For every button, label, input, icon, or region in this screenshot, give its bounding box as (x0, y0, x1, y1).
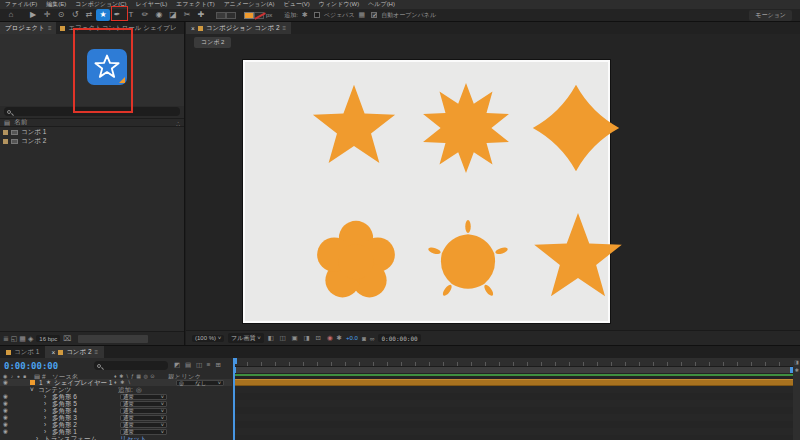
zoom-tool-icon[interactable]: ⊙ (54, 9, 68, 21)
show-channel-icon[interactable]: ◉ (327, 334, 333, 342)
shape-star-5-large[interactable] (529, 210, 627, 308)
roto-brush-tool-icon[interactable]: ✂ (180, 9, 194, 21)
eye-icon[interactable]: ◉ (3, 414, 8, 420)
gear-icon[interactable]: ✱ (337, 334, 342, 342)
hand-tool-icon[interactable]: ✛ (40, 9, 54, 21)
transform-group-row[interactable]: › トランスフォーム リセット (0, 435, 232, 440)
trash-icon[interactable]: ⌧ (63, 335, 71, 343)
blend-mode-dropdown[interactable]: 通常 ˅ (120, 429, 167, 435)
pickwhip-icon[interactable]: ◎ (179, 381, 184, 385)
timeline-track-area[interactable] (233, 358, 793, 440)
project-flowchart-icon[interactable]: ∴ (176, 120, 180, 127)
selection-tool-icon[interactable]: ▶ (26, 9, 40, 21)
auto-open-checkbox[interactable]: ✓ (371, 12, 377, 18)
blend-mode-dropdown[interactable]: 通常 ˅ (120, 394, 167, 400)
workspace-button[interactable]: モーション (749, 10, 792, 21)
tab-comp1-timeline[interactable]: コンポ 1 (0, 346, 45, 358)
resolution-dropdown[interactable]: フル画質 ˅ (228, 333, 263, 343)
eye-icon[interactable]: ◉ (3, 393, 8, 399)
twirl-open-icon[interactable]: ˅ (30, 386, 34, 393)
blend-mode-dropdown[interactable]: 通常 ˅ (120, 422, 167, 428)
composition-canvas[interactable] (243, 60, 610, 323)
brush-tool-icon[interactable]: ✏ (138, 9, 152, 21)
graph-editor-icon[interactable]: ✱ (793, 366, 800, 374)
menu-window[interactable]: ウィンドウ(W) (319, 0, 359, 9)
shape-star-5[interactable] (308, 82, 400, 174)
twirl-closed-icon[interactable]: › (44, 407, 46, 414)
polygon-row-4[interactable]: ◉ › 多角形 4 通常 ˅ (0, 407, 232, 414)
shape-flower-5[interactable] (312, 216, 400, 304)
eye-icon[interactable]: ◉ (3, 379, 8, 385)
add-gear-icon[interactable]: ✱ (302, 11, 308, 19)
shape-sparkle-4[interactable] (531, 83, 621, 173)
puppet-pin-tool-icon[interactable]: ✚ (194, 9, 208, 21)
timeline-search-box[interactable] (94, 361, 168, 370)
menu-help[interactable]: ヘルプ(H) (368, 0, 395, 9)
menu-file[interactable]: ファイル(F) (5, 0, 37, 9)
comp-marker-icon[interactable]: ◨ (793, 358, 800, 366)
panel-menu-icon[interactable]: ≡ (283, 25, 287, 31)
project-footer-icons[interactable]: ≣ ◱ ▦ ◈ (3, 335, 33, 343)
shape-star-rounded-points[interactable] (425, 217, 511, 303)
menu-animation[interactable]: アニメーション(A) (224, 0, 275, 9)
home-icon[interactable]: ⌂ (4, 9, 18, 21)
rotation-tool-icon[interactable]: ⇄ (82, 9, 96, 21)
timeline-search-input[interactable] (104, 363, 154, 369)
pixel-aspect-icon[interactable]: ∞ (370, 335, 375, 342)
zoom-level-dropdown[interactable]: (100 %) ˅ (192, 335, 224, 342)
twirl-closed-icon[interactable]: › (44, 400, 46, 407)
project-item-comp1[interactable]: コンポ 1 (0, 128, 184, 137)
twirl-closed-icon[interactable]: › (44, 421, 46, 428)
playhead-handle[interactable] (233, 358, 237, 364)
comp-selector-chip[interactable]: コンポ 2 (194, 37, 231, 48)
tab-composition[interactable]: × コンポジション コンポ 2 ≡ (186, 22, 291, 34)
eye-icon[interactable]: ◉ (3, 421, 8, 427)
current-timecode[interactable]: 0:00:00:00 (4, 361, 58, 371)
parent-link-dropdown[interactable]: ◎ なし ˅ (176, 380, 224, 386)
layer-color-chip[interactable] (30, 380, 35, 385)
label-color-icon[interactable] (3, 139, 8, 144)
blend-mode-dropdown[interactable]: 通常 ˅ (120, 408, 167, 414)
eye-icon[interactable]: ◉ (3, 407, 8, 413)
close-icon[interactable]: × (51, 349, 55, 356)
timeline-view-icons[interactable]: ◩ ▤ ◫ ≡ ⊞ (174, 361, 222, 369)
label-color-icon[interactable] (3, 130, 8, 135)
project-item-comp2[interactable]: コンポ 2 (0, 137, 184, 146)
viewer-timecode[interactable]: 0:00:00:00 (378, 334, 420, 342)
menu-effect[interactable]: エフェクト(T) (176, 0, 214, 9)
playhead[interactable] (233, 358, 235, 440)
polygon-row-3[interactable]: ◉ › 多角形 3 通常 ˅ (0, 414, 232, 421)
grid-icon[interactable]: ▦ (359, 11, 366, 19)
bezier-path-checkbox[interactable] (314, 12, 320, 18)
time-ruler[interactable] (233, 358, 793, 367)
blend-mode-dropdown[interactable]: 通常 ˅ (120, 401, 167, 407)
eraser-tool-icon[interactable]: ◪ (166, 9, 180, 21)
polygon-row-2[interactable]: ◉ › 多角形 2 通常 ˅ (0, 421, 232, 428)
polygon-row-1[interactable]: ◉ › 多角形 1 通常 ˅ (0, 428, 232, 435)
tab-project[interactable]: プロジェクト ≡ (0, 22, 56, 34)
twirl-closed-icon[interactable]: › (44, 414, 46, 421)
fill-color-swatch[interactable] (244, 12, 254, 19)
reset-link[interactable]: リセット (120, 435, 147, 440)
layer-duration-bar[interactable] (233, 379, 793, 386)
snapshot-camera-icon[interactable]: ◙ (362, 335, 366, 342)
star-shape-tool-icon[interactable]: ★ (96, 9, 110, 21)
exposure-value[interactable]: +0.0 (346, 335, 358, 341)
shape-starburst-10[interactable] (419, 81, 513, 175)
clone-stamp-tool-icon[interactable]: ◉ (152, 9, 166, 21)
panel-menu-icon[interactable]: ≡ (48, 25, 52, 31)
stroke-color-swatch[interactable] (254, 12, 264, 19)
bit-depth-button[interactable]: 16 bpc (36, 335, 60, 342)
panel-menu-icon[interactable]: ≡ (95, 349, 99, 355)
eye-icon[interactable]: ◉ (3, 428, 8, 434)
stroke-width-label[interactable]: px (266, 12, 272, 18)
menu-view[interactable]: ビュー(V) (284, 0, 310, 9)
blend-mode-dropdown[interactable]: 通常 ˅ (120, 415, 167, 421)
eye-icon[interactable]: ◉ (3, 400, 8, 406)
tab-comp2-timeline[interactable]: × コンポ 2 ≡ (45, 346, 104, 358)
twirl-closed-icon[interactable]: › (44, 393, 46, 400)
twirl-closed-icon[interactable]: › (36, 435, 38, 440)
polygon-row-6[interactable]: ◉ › 多角形 6 通常 ˅ (0, 393, 232, 400)
orbit-camera-tool-icon[interactable]: ↺ (68, 9, 82, 21)
contents-group-row[interactable]: ˅ コンテンツ 追加: ◎ (0, 386, 232, 393)
